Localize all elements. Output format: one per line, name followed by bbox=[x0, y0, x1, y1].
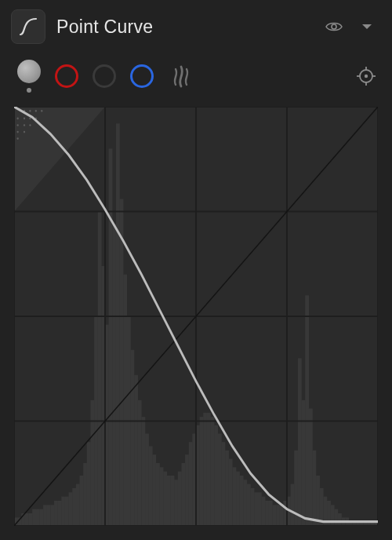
svg-rect-65 bbox=[221, 442, 225, 526]
svg-rect-66 bbox=[225, 451, 229, 526]
svg-rect-26 bbox=[80, 476, 84, 526]
auto-curve-button[interactable] bbox=[168, 63, 194, 89]
panel-header: Point Curve bbox=[0, 0, 392, 49]
svg-point-120 bbox=[35, 110, 37, 112]
svg-rect-22 bbox=[65, 497, 69, 526]
target-icon bbox=[356, 66, 376, 86]
svg-rect-34 bbox=[109, 148, 113, 526]
svg-rect-54 bbox=[181, 463, 185, 526]
svg-rect-13 bbox=[32, 509, 36, 526]
channel-green[interactable] bbox=[93, 64, 116, 88]
svg-rect-86 bbox=[298, 358, 302, 526]
svg-rect-42 bbox=[138, 400, 142, 526]
svg-rect-62 bbox=[211, 417, 215, 526]
svg-rect-91 bbox=[316, 476, 320, 526]
svg-point-124 bbox=[29, 118, 31, 120]
svg-rect-49 bbox=[163, 472, 167, 526]
svg-rect-31 bbox=[98, 212, 102, 527]
channel-red[interactable] bbox=[55, 64, 78, 88]
svg-rect-69 bbox=[236, 472, 240, 526]
svg-rect-77 bbox=[265, 501, 269, 526]
master-channel-icon bbox=[17, 60, 41, 83]
channel-master[interactable] bbox=[17, 60, 41, 93]
svg-rect-84 bbox=[291, 484, 295, 526]
svg-rect-37 bbox=[120, 199, 124, 526]
svg-rect-43 bbox=[141, 417, 145, 526]
svg-point-130 bbox=[24, 131, 25, 133]
eye-icon bbox=[325, 17, 343, 36]
svg-rect-79 bbox=[272, 505, 276, 526]
channel-row bbox=[0, 49, 392, 100]
svg-point-2 bbox=[365, 75, 368, 78]
curve-graph[interactable] bbox=[14, 107, 378, 526]
curve-icon bbox=[18, 16, 38, 37]
svg-rect-20 bbox=[58, 501, 62, 526]
svg-rect-14 bbox=[36, 509, 40, 526]
svg-rect-90 bbox=[312, 451, 316, 526]
svg-point-127 bbox=[24, 124, 25, 126]
visibility-toggle[interactable] bbox=[323, 16, 345, 38]
svg-rect-76 bbox=[262, 497, 266, 526]
svg-rect-19 bbox=[54, 501, 58, 526]
master-selected-dot bbox=[27, 88, 31, 93]
smoke-icon bbox=[169, 64, 193, 88]
point-curve-panel: Point Curve bbox=[0, 0, 392, 540]
svg-rect-53 bbox=[178, 472, 182, 526]
svg-point-122 bbox=[16, 118, 18, 120]
svg-rect-87 bbox=[302, 400, 306, 526]
svg-rect-80 bbox=[276, 505, 280, 526]
curve-graph-svg bbox=[14, 107, 378, 526]
svg-point-123 bbox=[24, 118, 25, 120]
svg-rect-78 bbox=[269, 501, 273, 526]
curve-icon-button[interactable] bbox=[11, 9, 45, 44]
svg-rect-29 bbox=[90, 400, 94, 526]
svg-rect-50 bbox=[167, 476, 171, 526]
svg-rect-64 bbox=[218, 434, 222, 526]
svg-rect-25 bbox=[76, 484, 80, 526]
svg-rect-96 bbox=[334, 509, 338, 526]
svg-rect-36 bbox=[116, 123, 120, 526]
svg-rect-75 bbox=[258, 492, 262, 526]
svg-point-128 bbox=[29, 124, 31, 126]
svg-rect-12 bbox=[29, 513, 33, 526]
svg-rect-59 bbox=[200, 417, 204, 526]
targeted-adjustment-button[interactable] bbox=[354, 64, 378, 88]
svg-rect-73 bbox=[251, 488, 255, 526]
svg-rect-63 bbox=[214, 425, 218, 526]
svg-rect-74 bbox=[254, 492, 258, 526]
svg-rect-67 bbox=[229, 459, 233, 526]
svg-rect-17 bbox=[47, 505, 51, 526]
svg-point-129 bbox=[16, 131, 18, 133]
svg-rect-41 bbox=[134, 375, 138, 526]
svg-rect-61 bbox=[207, 413, 211, 526]
chevron-down-icon bbox=[361, 20, 373, 33]
svg-rect-45 bbox=[149, 447, 153, 526]
svg-rect-71 bbox=[243, 480, 247, 526]
svg-rect-88 bbox=[305, 295, 309, 526]
svg-rect-89 bbox=[309, 408, 313, 526]
svg-point-121 bbox=[41, 110, 42, 112]
collapse-button[interactable] bbox=[356, 16, 378, 38]
svg-rect-56 bbox=[189, 442, 193, 526]
svg-point-126 bbox=[16, 124, 18, 126]
svg-rect-48 bbox=[160, 467, 164, 526]
svg-rect-72 bbox=[247, 484, 251, 526]
svg-rect-97 bbox=[338, 513, 342, 526]
svg-rect-81 bbox=[280, 505, 284, 526]
svg-rect-16 bbox=[43, 505, 47, 526]
svg-rect-27 bbox=[83, 463, 87, 526]
panel-title: Point Curve bbox=[56, 16, 312, 38]
svg-rect-44 bbox=[145, 434, 149, 526]
svg-rect-52 bbox=[174, 480, 178, 526]
svg-rect-68 bbox=[232, 467, 236, 526]
svg-rect-35 bbox=[112, 224, 116, 526]
svg-rect-70 bbox=[240, 476, 244, 526]
channel-blue[interactable] bbox=[130, 64, 154, 88]
svg-point-119 bbox=[29, 110, 31, 112]
svg-rect-15 bbox=[39, 509, 43, 526]
svg-rect-47 bbox=[156, 463, 160, 526]
svg-rect-46 bbox=[152, 454, 156, 526]
svg-point-131 bbox=[16, 137, 18, 140]
svg-rect-55 bbox=[185, 454, 189, 526]
svg-rect-24 bbox=[72, 488, 76, 526]
